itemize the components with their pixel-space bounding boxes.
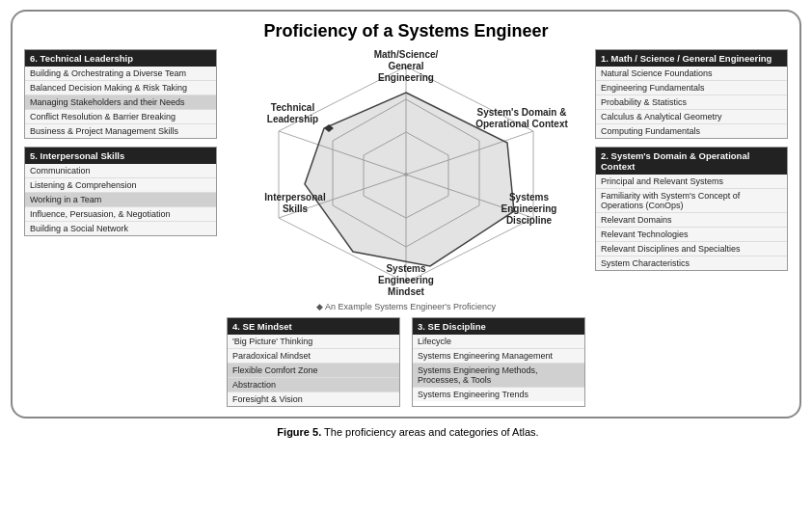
- ms-item-2: Engineering Fundamentals: [596, 81, 787, 95]
- sed-item-4: Systems Engineering Trends: [413, 388, 584, 401]
- radar-label-right: SystemsEngineeringDiscipline: [483, 192, 575, 227]
- se-discipline-box: 3. SE Discipline Lifecycle Systems Engin…: [412, 317, 585, 407]
- tl-item-4: Conflict Resolution & Barrier Breaking: [25, 110, 216, 124]
- ms-item-5: Computing Fundamentals: [596, 124, 787, 138]
- figure-caption-bold: Figure 5.: [277, 426, 321, 438]
- content-area: 6. Technical Leadership Building & Orche…: [24, 49, 788, 311]
- system-domain-box: 2. System's Domain & Operational Context…: [595, 147, 788, 271]
- radar-svg: [252, 49, 560, 300]
- sd-item-5: Relevant Disciplines and Specialties: [596, 242, 787, 256]
- radar-label-top: Math/Science/GeneralEngineering: [348, 49, 464, 84]
- se-mindset-box: 4. SE Mindset 'Big Picture' Thinking Par…: [227, 317, 400, 407]
- is-item-3: Working in a Team: [25, 193, 216, 207]
- example-label: An Example Systems Engineer's Proficienc…: [316, 302, 496, 311]
- is-item-2: Listening & Comprehension: [25, 178, 216, 193]
- math-science-box: 1. Math / Science / General Engineering …: [595, 49, 788, 139]
- bottom-row: 4. SE Mindset 'Big Picture' Thinking Par…: [24, 317, 788, 407]
- technical-leadership-box: 6. Technical Leadership Building & Orche…: [24, 49, 217, 139]
- radar-label-top-right: System's Domain &Operational Context: [474, 107, 570, 130]
- tl-item-3: Managing Stakeholders and their Needs: [25, 95, 216, 110]
- sem-item-1: 'Big Picture' Thinking: [228, 335, 399, 349]
- sd-item-4: Relevant Technologies: [596, 228, 787, 242]
- sem-item-5: Foresight & Vision: [228, 392, 399, 406]
- right-column: 1. Math / Science / General Engineering …: [595, 49, 788, 271]
- figure-caption: Figure 5. The proficiency areas and cate…: [273, 426, 538, 438]
- tl-item-2: Balanced Decision Making & Risk Taking: [25, 81, 216, 95]
- sem-item-2: Paradoxical Mindset: [228, 349, 399, 364]
- radar-label-left: Interpersonal Skills: [252, 192, 338, 215]
- sd-item-1: Principal and Relevant Systems: [596, 175, 787, 189]
- se-discipline-header: 3. SE Discipline: [413, 318, 584, 335]
- page-title: Proficiency of a Systems Engineer: [24, 21, 788, 41]
- left-column: 6. Technical Leadership Building & Orche…: [24, 49, 217, 236]
- figure-caption-text: The proficiency areas and categories of …: [321, 426, 538, 438]
- center-column: Math/Science/GeneralEngineering System's…: [217, 49, 595, 311]
- radar-label-top-left: TechnicalLeadership: [252, 102, 334, 125]
- system-domain-header: 2. System's Domain & Operational Context: [596, 148, 787, 175]
- ms-item-3: Probability & Statistics: [596, 95, 787, 110]
- radar-label-bottom: SystemsEngineeringMindset: [358, 263, 454, 298]
- radar-chart-area: Math/Science/GeneralEngineering System's…: [252, 49, 560, 300]
- is-item-1: Communication: [25, 164, 216, 178]
- sed-item-3: Systems Engineering Methods, Processes, …: [413, 364, 584, 388]
- math-science-header: 1. Math / Science / General Engineering: [596, 50, 787, 67]
- sem-item-3: Flexible Comfort Zone: [228, 364, 399, 378]
- sd-item-3: Relevant Domains: [596, 213, 787, 228]
- ms-item-4: Calculus & Analytical Geometry: [596, 110, 787, 124]
- se-mindset-header: 4. SE Mindset: [228, 318, 399, 335]
- sd-item-2: Familiarity with System's Concept of Ope…: [596, 189, 787, 213]
- interpersonal-skills-header: 5. Interpersonal Skills: [25, 148, 216, 164]
- is-item-4: Influence, Persuasion, & Negotiation: [25, 207, 216, 222]
- technical-leadership-header: 6. Technical Leadership: [25, 50, 216, 67]
- sed-item-2: Systems Engineering Management: [413, 349, 584, 364]
- interpersonal-skills-box: 5. Interpersonal Skills Communication Li…: [24, 147, 217, 236]
- ms-item-1: Natural Science Foundations: [596, 67, 787, 81]
- is-item-5: Building a Social Network: [25, 222, 216, 235]
- main-container: Proficiency of a Systems Engineer 6. Tec…: [11, 10, 801, 418]
- sed-item-1: Lifecycle: [413, 335, 584, 349]
- tl-item-5: Business & Project Management Skills: [25, 124, 216, 138]
- sem-item-4: Abstraction: [228, 378, 399, 392]
- tl-item-1: Building & Orchestrating a Diverse Team: [25, 67, 216, 81]
- sd-item-6: System Characteristics: [596, 256, 787, 270]
